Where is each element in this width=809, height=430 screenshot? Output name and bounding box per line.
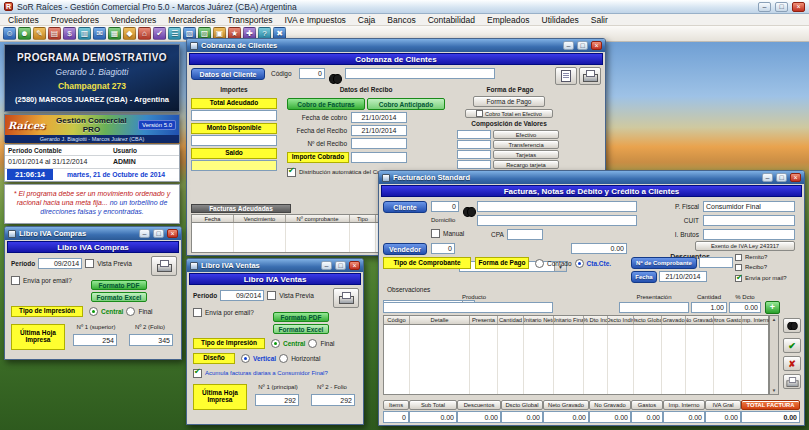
cliente-code-field[interactable]: 0 [431, 201, 459, 212]
central-radio[interactable] [271, 339, 280, 348]
efectivo-field[interactable] [457, 130, 491, 139]
col-comprobante[interactable]: Nº comprobante [286, 215, 350, 222]
col-fecha[interactable]: Fecha [192, 215, 234, 222]
fecha-recibo-field[interactable]: 21/10/2014 [351, 125, 407, 136]
menu-iva-impuestos[interactable]: IVA e Impuestos [279, 14, 352, 26]
n1-field[interactable]: 254 [73, 334, 117, 346]
n1-field[interactable]: 292 [255, 394, 299, 406]
menu-contabilidad[interactable]: Contabilidad [422, 14, 481, 26]
app-titlebar[interactable]: SoR Raíces - Gestión Comercial Pro 5.0 -… [0, 0, 809, 14]
recargo-tarjeta-field[interactable] [457, 160, 491, 169]
formato-excel-button[interactable]: Formato Excel [273, 324, 329, 334]
cancel-button[interactable] [783, 356, 801, 371]
efectivo-button[interactable]: Efectivo [493, 130, 559, 139]
cliente-name-field[interactable] [477, 201, 637, 212]
providers-icon[interactable]: ☻ [18, 27, 31, 40]
orders-icon[interactable]: ▦ [108, 27, 121, 40]
transferencia-button[interactable]: Transferencia [493, 140, 559, 149]
menu-empleados[interactable]: Empleados [481, 14, 536, 26]
col-dscto-indiv[interactable]: Dscto Indiv [608, 316, 634, 324]
nro-recibo-field[interactable] [351, 138, 407, 149]
tarjetas-button[interactable]: Tarjetas [493, 150, 559, 159]
vista-previa-checkbox[interactable] [85, 259, 94, 268]
email-checkbox[interactable] [193, 308, 202, 317]
vendedor-button[interactable]: Vendedor [383, 243, 427, 255]
invoice-icon[interactable]: ▥ [78, 27, 91, 40]
central-radio[interactable] [89, 307, 98, 316]
final-radio[interactable] [126, 307, 135, 316]
vertical-radio[interactable] [241, 354, 250, 363]
maximize-icon[interactable] [577, 41, 588, 50]
envia-mail-checkbox[interactable] [735, 275, 742, 282]
products-icon[interactable]: ▤ [48, 27, 61, 40]
vista-previa-checkbox[interactable] [267, 291, 276, 300]
recargo-tarjeta-button[interactable]: Recargo tarjeta [493, 160, 559, 169]
presentacion-field[interactable] [619, 302, 689, 313]
col-codigo[interactable]: Código [384, 316, 410, 324]
price-list-icon[interactable]: $ [63, 27, 76, 40]
col-otros-gastos[interactable]: Otros Gastos [714, 316, 742, 324]
close-icon[interactable] [591, 41, 602, 50]
search-client-icon[interactable] [463, 207, 476, 216]
periodo-field[interactable]: 09/2014 [38, 258, 82, 269]
cobro-total-efectivo-button[interactable]: Cobro Total en Efectivo [465, 109, 553, 118]
manual-checkbox[interactable] [431, 229, 440, 238]
bank-icon[interactable]: ⌂ [138, 27, 151, 40]
menu-proveedores[interactable]: Proveedores [45, 14, 105, 26]
distribucion-checkbox[interactable] [287, 168, 296, 177]
col-dto-ind[interactable]: % Dto Ind [584, 316, 608, 324]
vendedor-code-field[interactable]: 0 [431, 243, 455, 254]
cobranza-titlebar[interactable]: Cobranza de Clientes [187, 39, 605, 52]
search-client-icon[interactable] [329, 74, 342, 83]
items-table-body[interactable] [383, 325, 769, 395]
search-items-button[interactable] [783, 318, 801, 333]
codigo-field[interactable]: 0 [299, 68, 325, 79]
menu-mercaderias[interactable]: Mercaderías [162, 14, 221, 26]
document-button[interactable] [555, 67, 577, 85]
formato-excel-button[interactable]: Formato Excel [91, 292, 147, 302]
print-button[interactable] [579, 67, 601, 85]
checks-icon[interactable]: ✔ [153, 27, 166, 40]
ventas-titlebar[interactable]: Libro IVA Ventas [187, 259, 363, 272]
acumula-checkbox[interactable] [193, 369, 202, 378]
facturacion-titlebar[interactable]: Facturación Standard [379, 171, 804, 184]
close-icon[interactable] [792, 2, 805, 12]
datos-cliente-button[interactable]: Datos del Cliente [191, 68, 265, 80]
col-presenta[interactable]: Presenta [470, 316, 498, 324]
ctacte-radio[interactable] [575, 259, 584, 268]
email-checkbox[interactable] [11, 276, 20, 285]
fecha-field[interactable]: 21/10/2014 [659, 271, 707, 282]
n2-field[interactable]: 345 [129, 334, 173, 346]
importe-cobrado-field[interactable] [351, 152, 407, 163]
maximize-icon[interactable] [776, 173, 787, 182]
menu-transportes[interactable]: Transportes [222, 14, 279, 26]
col-dscto-global[interactable]: Dscto Global [634, 316, 662, 324]
minimize-icon[interactable] [139, 229, 150, 238]
domicilio-field[interactable] [477, 215, 637, 226]
formato-pdf-button[interactable]: Formato PDF [91, 280, 147, 290]
col-tipo[interactable]: Tipo [350, 215, 376, 222]
col-gravado[interactable]: Gravado [662, 316, 686, 324]
remito-checkbox[interactable] [735, 254, 742, 261]
collections-icon[interactable]: ✉ [93, 27, 106, 40]
p-fiscal-field[interactable]: Consumidor Final [703, 201, 795, 212]
compras-titlebar[interactable]: Libro IVA Compras [5, 227, 181, 240]
menu-caja[interactable]: Caja [352, 14, 381, 26]
accounting-icon[interactable]: ☰ [168, 27, 181, 40]
horizontal-radio[interactable] [279, 354, 288, 363]
ibrutos-field[interactable] [703, 229, 795, 240]
cash-icon[interactable]: ◆ [123, 27, 136, 40]
minimize-icon[interactable] [758, 2, 771, 12]
forma-pago-button[interactable]: Forma de Pago [473, 96, 545, 107]
col-imp-interno[interactable]: Imp. Interno [742, 316, 770, 324]
cobro-total-checkbox[interactable] [476, 110, 483, 117]
col-vencimiento[interactable]: Vencimiento [234, 215, 286, 222]
menu-utilidades[interactable]: Utilidades [536, 14, 585, 26]
formato-pdf-button[interactable]: Formato PDF [273, 312, 329, 322]
print-button[interactable] [151, 256, 177, 276]
col-unitario-final[interactable]: Unitario Final [554, 316, 584, 324]
col-no-gravado[interactable]: No Gravado [686, 316, 714, 324]
close-icon[interactable] [167, 229, 178, 238]
n2-field[interactable]: 292 [311, 394, 355, 406]
confirm-button[interactable] [783, 338, 801, 353]
